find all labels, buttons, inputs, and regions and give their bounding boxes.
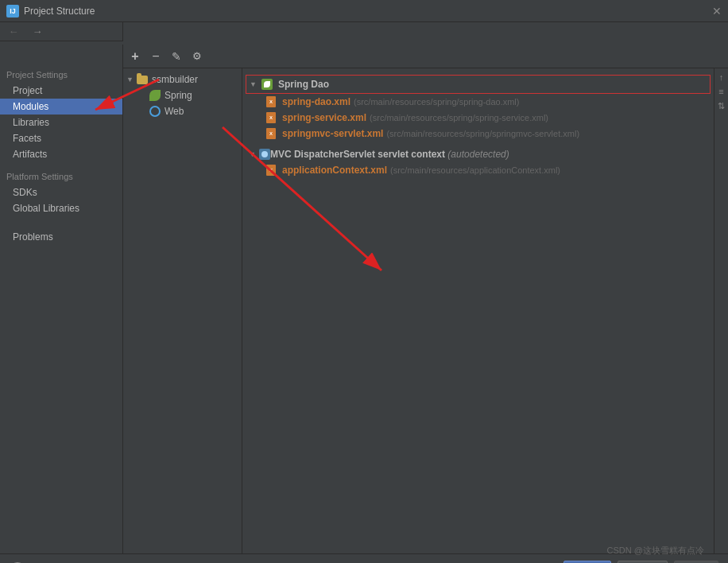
spring-icon: [149, 89, 161, 102]
file-spring-service-path: (src/main/resources/spring/spring-servic…: [370, 113, 548, 122]
sort-button[interactable]: ⇅: [716, 100, 727, 111]
sidebar-item-modules[interactable]: Modules: [0, 99, 122, 115]
xml-icon-4: X: [265, 164, 277, 177]
nav-back-button[interactable]: ←: [5, 23, 22, 41]
xml-icon-3: X: [265, 127, 277, 140]
context1-label: Spring Dao: [278, 79, 329, 90]
tree-spring-label: Spring: [165, 90, 192, 101]
platform-settings-header: Platform Settings: [0, 169, 122, 184]
file-spring-service[interactable]: X spring-service.xml (src/main/resources…: [261, 110, 711, 126]
xml-icon-2: X: [265, 111, 277, 124]
context1-arrow: ▼: [250, 80, 258, 88]
settings-button[interactable]: ⚙: [188, 48, 206, 65]
file-springmvc-path: (src/main/resources/spring/springmvc-ser…: [386, 129, 579, 138]
cancel-button[interactable]: Cancel: [618, 561, 668, 564]
apply-button[interactable]: Apply: [674, 561, 718, 564]
bottom-right-area: OK Cancel Apply: [563, 561, 718, 564]
title-bar: IJ Project Structure ✕: [0, 0, 728, 22]
context2-autodetected: (autodetected): [447, 149, 509, 160]
context2-main-label: MVC DispatcherServlet servlet context: [270, 149, 445, 160]
context2-icon: [259, 149, 270, 160]
spring-dao-header[interactable]: ▼ Spring Dao: [246, 75, 711, 94]
nav-forward-button[interactable]: →: [29, 23, 46, 41]
context2-arrow: ▼: [249, 150, 256, 158]
align-button[interactable]: ≡: [716, 86, 727, 97]
close-button[interactable]: ✕: [712, 5, 722, 17]
right-strip: ↑ ≡ ⇅: [714, 68, 728, 553]
file-application-context[interactable]: X applicationContext.xml (src/main/resou…: [261, 162, 711, 178]
tree-expand-arrow: ▼: [126, 76, 136, 83]
window-title: Project Structure: [24, 6, 95, 17]
bottom-bar: ? OK Cancel Apply: [0, 553, 728, 563]
context2-files: X applicationContext.xml (src/main/resou…: [246, 162, 711, 178]
web-icon: [149, 105, 161, 118]
tree-spring-item[interactable]: Spring: [123, 87, 242, 103]
file-spring-dao-name: spring-dao.xml: [282, 96, 350, 107]
scroll-up-button[interactable]: ↑: [716, 72, 727, 83]
context1-files: X spring-dao.xml (src/main/resources/spr…: [246, 94, 711, 142]
sidebar-item-sdks[interactable]: SDKs: [0, 184, 122, 200]
sidebar: Project Settings Project Modules Librari…: [0, 45, 123, 553]
app-icon: IJ: [6, 5, 19, 17]
xml-icon-1: X: [265, 95, 277, 108]
tree-root-label: ssmbuilder: [152, 74, 198, 85]
edit-button[interactable]: ✎: [168, 48, 185, 65]
tree-web-label: Web: [165, 106, 184, 117]
sidebar-item-problems[interactable]: Problems: [0, 229, 122, 245]
sidebar-item-global-libraries[interactable]: Global Libraries: [0, 200, 122, 216]
project-settings-header: Project Settings: [0, 67, 122, 83]
sidebar-item-artifacts[interactable]: Artifacts: [0, 146, 122, 162]
file-app-ctx-name: applicationContext.xml: [282, 165, 387, 176]
file-spring-service-name: spring-service.xml: [282, 112, 366, 123]
spring-dao-context: ▼ Spring Dao X sprin: [246, 75, 711, 142]
sidebar-item-libraries[interactable]: Libraries: [0, 115, 122, 130]
sidebar-item-project[interactable]: Project: [0, 83, 122, 99]
context1-icon: [261, 78, 273, 91]
file-springmvc-servlet[interactable]: X springmvc-servlet.xml (src/main/resour…: [261, 126, 711, 142]
file-spring-dao[interactable]: X spring-dao.xml (src/main/resources/spr…: [261, 94, 711, 110]
mvc-dispatcher-context: ▼ MVC DispatcherServlet servlet context …: [246, 146, 711, 178]
file-springmvc-name: springmvc-servlet.xml: [282, 128, 383, 139]
content-toolbar: + − ✎ ⚙: [123, 45, 728, 68]
folder-icon: [136, 73, 149, 86]
context2-label: MVC DispatcherServlet servlet context (a…: [270, 149, 509, 160]
module-tree: ▼ ssmbuilder Spring: [123, 68, 242, 553]
sidebar-item-facets[interactable]: Facets: [0, 130, 122, 146]
add-button[interactable]: +: [126, 48, 144, 65]
context2-header[interactable]: ▼ MVC DispatcherServlet servlet context …: [246, 146, 711, 162]
ok-button[interactable]: OK: [563, 561, 610, 564]
file-app-ctx-path: (src/main/resources/applicationContext.x…: [390, 165, 560, 175]
file-spring-dao-path: (src/main/resources/spring/spring-dao.xm…: [354, 97, 519, 107]
remove-button[interactable]: −: [147, 48, 165, 65]
content-detail-pane: ▼ Spring Dao X sprin: [242, 68, 714, 553]
tree-root-item[interactable]: ▼ ssmbuilder: [123, 72, 242, 87]
tree-web-item[interactable]: Web: [123, 103, 242, 119]
